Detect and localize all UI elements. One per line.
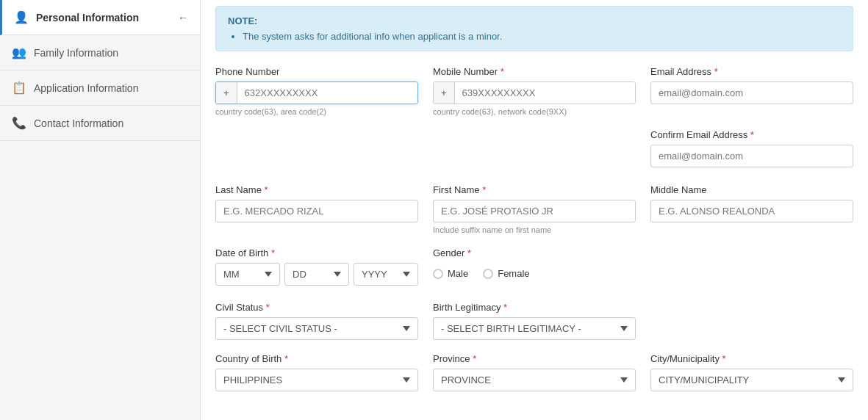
province-label: Province * bbox=[433, 353, 636, 364]
birth-legitimacy-select[interactable]: - SELECT BIRTH LEGITIMACY - Legitimate I… bbox=[433, 317, 636, 340]
note-list: The system asks for additional info when… bbox=[228, 31, 841, 42]
country-of-birth-group: Country of Birth * PHILIPPINES bbox=[215, 353, 418, 391]
dob-month-select[interactable]: MM 010203 040506 070809 101112 bbox=[215, 263, 280, 286]
email-group: Email Address * bbox=[650, 66, 853, 104]
form-row-names: Last Name * First Name * Include suffix … bbox=[215, 184, 853, 234]
gender-label: Gender * bbox=[433, 247, 636, 258]
dob-year-select[interactable]: YYYY bbox=[354, 263, 418, 286]
country-of-birth-select[interactable]: PHILIPPINES bbox=[215, 369, 418, 391]
application-icon: 📋 bbox=[12, 81, 26, 95]
city-municipality-group: City/Municipality * CITY/MUNICIPALITY bbox=[650, 353, 853, 391]
mobile-input[interactable] bbox=[455, 82, 635, 104]
mobile-input-wrap: + bbox=[433, 82, 636, 104]
civil-status-group: Civil Status * - SELECT CIVIL STATUS - S… bbox=[215, 302, 418, 340]
city-municipality-label: City/Municipality * bbox=[650, 353, 853, 364]
phone-number-group: Phone Number + country code(63), area co… bbox=[215, 66, 418, 116]
sidebar-item-application[interactable]: 📋 Application Information bbox=[0, 70, 200, 106]
form-row-phones: Phone Number + country code(63), area co… bbox=[215, 66, 853, 116]
dob-group: Date of Birth * MM 010203 040506 070809 … bbox=[215, 247, 418, 286]
family-icon: 👥 bbox=[12, 46, 26, 59]
date-wrap: MM 010203 040506 070809 101112 DD YYYY bbox=[215, 263, 418, 286]
main-content: NOTE: The system asks for additional inf… bbox=[201, 0, 868, 420]
phone-prefix: + bbox=[216, 82, 237, 104]
form-row-civil-legitimacy: Civil Status * - SELECT CIVIL STATUS - S… bbox=[215, 302, 853, 340]
civil-status-select[interactable]: - SELECT CIVIL STATUS - Single Married W… bbox=[215, 317, 418, 340]
city-municipality-select[interactable]: CITY/MUNICIPALITY bbox=[650, 369, 853, 391]
male-radio-button[interactable] bbox=[433, 269, 443, 279]
gender-female-option[interactable]: Female bbox=[483, 268, 529, 279]
phone-number-label: Phone Number bbox=[215, 66, 418, 77]
gender-options: Male Female bbox=[433, 263, 636, 289]
form-row-location: Country of Birth * PHILIPPINES Province … bbox=[215, 353, 853, 391]
email-label: Email Address * bbox=[650, 66, 853, 77]
person-icon: 👤 bbox=[14, 10, 29, 24]
phone-hint: country code(63), area code(2) bbox=[215, 107, 418, 116]
mobile-hint: country code(63), network code(9XX) bbox=[433, 107, 636, 116]
last-name-group: Last Name * bbox=[215, 184, 418, 222]
sidebar: 👤 Personal Information ← 👥 Family Inform… bbox=[0, 0, 201, 420]
last-name-input[interactable] bbox=[215, 200, 418, 222]
sidebar-family-label: Family Information bbox=[34, 47, 118, 59]
dob-label: Date of Birth * bbox=[215, 247, 418, 258]
last-name-label: Last Name * bbox=[215, 184, 418, 195]
middle-name-group: Middle Name bbox=[650, 184, 853, 222]
middle-name-label: Middle Name bbox=[650, 184, 853, 195]
confirm-email-input[interactable] bbox=[650, 145, 853, 167]
email-input[interactable] bbox=[650, 82, 853, 104]
civil-status-label: Civil Status * bbox=[215, 302, 418, 313]
gender-group: Gender * Male Female bbox=[433, 247, 636, 289]
sidebar-application-label: Application Information bbox=[34, 82, 138, 94]
note-box: NOTE: The system asks for additional inf… bbox=[215, 6, 853, 51]
contact-icon: 📞 bbox=[12, 116, 26, 130]
sidebar-item-family[interactable]: 👥 Family Information bbox=[0, 35, 200, 70]
first-name-label: First Name * bbox=[433, 184, 636, 195]
confirm-email-label: Confirm Email Address * bbox=[650, 129, 853, 140]
back-arrow-icon: ← bbox=[178, 12, 188, 23]
first-name-group: First Name * Include suffix name on firs… bbox=[433, 184, 636, 234]
birth-legitimacy-label: Birth Legitimacy * bbox=[433, 302, 636, 313]
confirm-email-group: Confirm Email Address * bbox=[650, 129, 853, 167]
note-item: The system asks for additional info when… bbox=[243, 31, 841, 42]
female-label: Female bbox=[498, 268, 529, 279]
form-row-dob-gender: Date of Birth * MM 010203 040506 070809 … bbox=[215, 247, 853, 289]
phone-input[interactable] bbox=[237, 82, 417, 104]
note-title: NOTE: bbox=[228, 15, 841, 26]
province-select[interactable]: PROVINCE bbox=[433, 369, 636, 391]
mobile-prefix: + bbox=[434, 82, 455, 104]
sidebar-personal-label: Personal Information bbox=[36, 12, 139, 23]
first-name-input[interactable] bbox=[433, 200, 636, 222]
mobile-number-group: Mobile Number * + country code(63), netw… bbox=[433, 66, 636, 116]
sidebar-item-personal[interactable]: 👤 Personal Information ← bbox=[0, 0, 200, 35]
female-radio-button[interactable] bbox=[483, 269, 493, 279]
birth-legitimacy-group: Birth Legitimacy * - SELECT BIRTH LEGITI… bbox=[433, 302, 636, 340]
gender-male-option[interactable]: Male bbox=[433, 268, 468, 279]
country-of-birth-label: Country of Birth * bbox=[215, 353, 418, 364]
middle-name-input[interactable] bbox=[650, 200, 853, 222]
first-name-hint: Include suffix name on first name bbox=[433, 225, 636, 234]
sidebar-item-contact[interactable]: 📞 Contact Information bbox=[0, 106, 200, 141]
province-group: Province * PROVINCE bbox=[433, 353, 636, 391]
sidebar-contact-label: Contact Information bbox=[34, 117, 123, 129]
mobile-number-label: Mobile Number * bbox=[433, 66, 636, 77]
phone-input-wrap: + bbox=[215, 82, 418, 104]
male-label: Male bbox=[448, 268, 468, 279]
dob-day-select[interactable]: DD bbox=[284, 263, 349, 286]
form-row-confirm-email: Confirm Email Address * bbox=[215, 129, 853, 171]
